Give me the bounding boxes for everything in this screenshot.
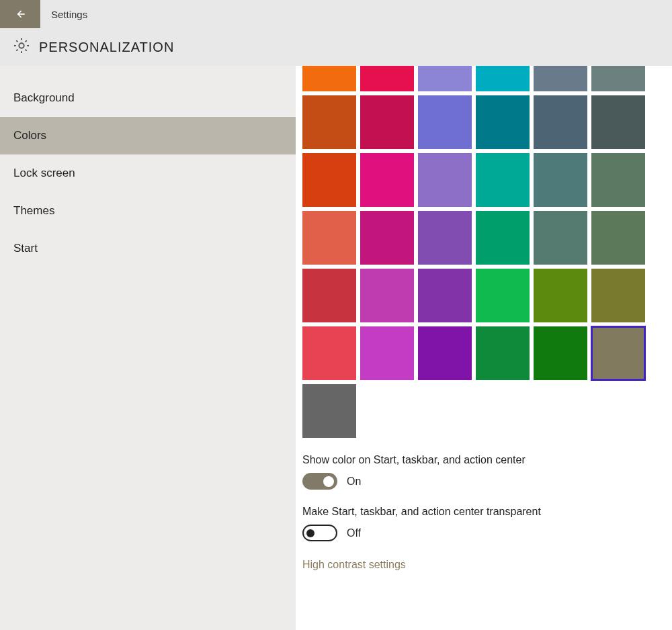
toggle-transparent-state: Off	[347, 527, 361, 539]
color-swatch[interactable]	[302, 66, 356, 91]
color-swatch[interactable]	[418, 326, 472, 380]
color-swatch[interactable]	[360, 211, 414, 265]
color-swatch[interactable]	[591, 153, 645, 207]
window-title: Settings	[40, 9, 87, 20]
color-swatch[interactable]	[534, 326, 587, 380]
color-swatch[interactable]	[476, 95, 530, 149]
color-swatch[interactable]	[534, 269, 587, 322]
color-swatch[interactable]	[302, 326, 356, 380]
toggle-show-color-state: On	[347, 476, 361, 488]
color-swatch[interactable]	[302, 211, 356, 265]
toggle-transparent[interactable]	[302, 525, 337, 541]
color-swatch[interactable]	[418, 95, 472, 149]
sidebar-item-background[interactable]: Background	[0, 79, 296, 117]
color-swatch[interactable]	[360, 153, 414, 207]
color-swatch-selected[interactable]	[591, 326, 645, 380]
toggle-show-color-label: Show color on Start, taskbar, and action…	[302, 454, 672, 466]
color-swatch[interactable]	[476, 66, 530, 91]
color-swatch[interactable]	[591, 211, 645, 265]
color-swatch[interactable]	[591, 269, 645, 322]
sidebar-item-colors[interactable]: Colors	[0, 117, 296, 154]
color-grid-row-partial	[302, 66, 672, 91]
color-swatch[interactable]	[476, 326, 530, 380]
svg-point-1	[19, 43, 24, 48]
back-arrow-icon	[13, 7, 27, 21]
color-swatch[interactable]	[360, 95, 414, 149]
color-swatch[interactable]	[418, 269, 472, 322]
color-swatch[interactable]	[418, 153, 472, 207]
color-swatch[interactable]	[302, 95, 356, 149]
page-title: PERSONALIZATION	[39, 40, 174, 55]
back-button[interactable]	[0, 0, 40, 28]
color-swatch[interactable]	[302, 384, 356, 438]
color-swatch[interactable]	[591, 66, 645, 91]
color-swatch[interactable]	[476, 269, 530, 322]
sidebar-item-lock-screen[interactable]: Lock screen	[0, 154, 296, 192]
color-swatch[interactable]	[534, 66, 587, 91]
color-swatch[interactable]	[534, 211, 587, 265]
color-swatch[interactable]	[360, 66, 414, 91]
color-swatch[interactable]	[534, 95, 587, 149]
color-grid	[302, 95, 672, 438]
color-swatch[interactable]	[302, 153, 356, 207]
sidebar-item-themes[interactable]: Themes	[0, 192, 296, 230]
color-swatch[interactable]	[534, 153, 587, 207]
color-swatch[interactable]	[476, 153, 530, 207]
color-swatch[interactable]	[476, 211, 530, 265]
sidebar-item-start[interactable]: Start	[0, 230, 296, 267]
color-swatch[interactable]	[418, 66, 472, 91]
sidebar-nav: Background Colors Lock screen Themes Sta…	[0, 66, 296, 630]
color-swatch[interactable]	[418, 211, 472, 265]
toggle-show-color[interactable]	[302, 473, 337, 490]
color-swatch[interactable]	[360, 269, 414, 322]
gear-icon	[12, 36, 31, 58]
color-swatch[interactable]	[302, 269, 356, 322]
color-swatch[interactable]	[591, 95, 645, 149]
toggle-transparent-label: Make Start, taskbar, and action center t…	[302, 506, 672, 518]
color-swatch[interactable]	[360, 326, 414, 380]
high-contrast-link[interactable]: High contrast settings	[302, 559, 672, 571]
